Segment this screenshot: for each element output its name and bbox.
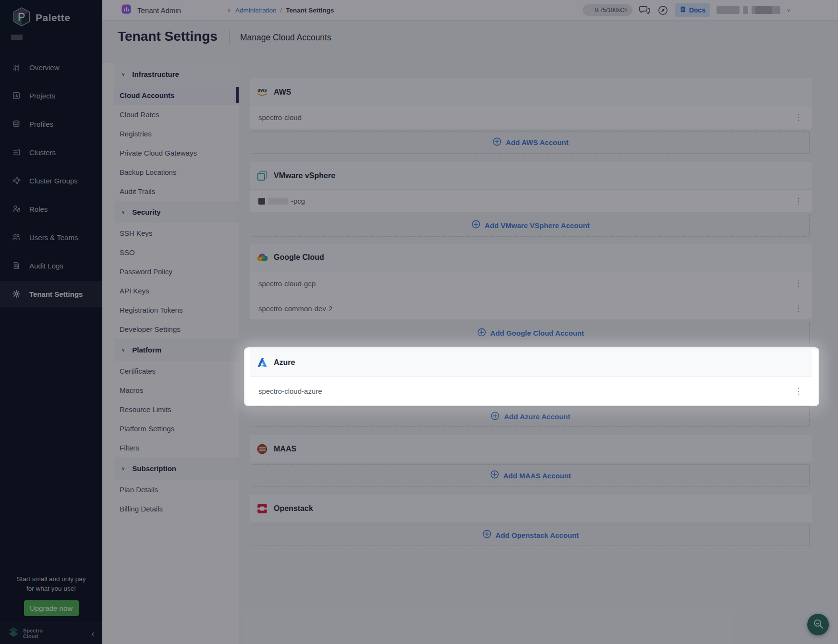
nav-item-backup-locations[interactable]: Backup Locations [114,162,239,182]
nav-item-billing-details[interactable]: Billing Details [114,499,239,518]
nav-item-certificates[interactable]: Certificates [114,361,239,380]
nav-item-private-cloud-gateways[interactable]: Private Cloud Gateways [114,143,239,162]
sidebar-item-tenant-settings[interactable]: Tenant Settings [0,281,102,307]
nav-item-sso[interactable]: SSO [114,243,239,262]
provider-header-google-cloud: Google Cloud [250,243,812,271]
search-fab-button[interactable] [807,614,829,635]
add-openstack-account-button[interactable]: Add Openstack Account [252,524,810,546]
project-scope-label: Tenant Admin [137,6,221,14]
sidebar-item-roles[interactable]: Roles [0,196,102,222]
sidebar-item-projects[interactable]: Projects [0,83,102,109]
nav-item-cloud-rates[interactable]: Cloud Rates [114,105,239,124]
nav-section-platform[interactable]: ∨Platform [114,339,239,361]
spectro-cloud-label: Spectro Cloud [23,628,43,639]
kebab-menu-icon[interactable]: ⋮ [794,304,812,314]
page-title: Tenant Settings [118,29,218,44]
brand-logo: Palette [12,7,70,29]
nav-item-resource-limits[interactable]: Resource Limits [114,400,239,419]
kebab-menu-icon[interactable]: ⋮ [794,279,812,289]
nav-item-registries[interactable]: Registries [114,124,239,143]
openstack-icon [256,502,268,515]
nav-item-password-policy[interactable]: Password Policy [114,262,239,281]
panel-aws: awsAWSspectro-cloud⋮ [250,78,812,129]
profiles-icon [12,120,21,129]
cluster-groups-icon [12,176,21,185]
plus-circle-icon [493,137,501,148]
nav-item-platform-settings[interactable]: Platform Settings [114,419,239,438]
nav-item-filters[interactable]: Filters [114,438,239,457]
panel-google-cloud: Google Cloudspectro-cloud-gcp⋮spectro-co… [250,243,812,319]
nav-section-subscription[interactable]: ∨Subscription [114,457,239,480]
title-divider [229,30,230,45]
settings-nav: ∨InfrastructureCloud AccountsCloud Rates… [114,63,239,518]
plus-circle-icon [477,328,486,339]
kebab-menu-icon[interactable]: ⋮ [794,112,812,122]
project-scope-icon [121,4,131,16]
sidebar-item-users-teams[interactable]: Users & Teams [0,224,102,250]
app-root: Palette OverviewProjectsProfilesClusters… [0,0,838,644]
audit-logs-icon [12,261,21,270]
panel-openstack: Openstack [250,495,812,522]
chevron-down-icon: ∨ [121,466,125,471]
nav-item-macros[interactable]: Macros [114,380,239,400]
nav-section-security[interactable]: ∨Security [114,201,239,223]
provider-header-vmware-vsphere: VMware vSphere [250,162,812,190]
promo-text-line1: Start small and only pay [0,574,102,584]
panel-vmware-vsphere: VMware vSphere-pcg⋮ [250,162,812,212]
add-vmware-vsphere-account-button[interactable]: Add VMware VSphere Account [252,214,810,237]
provider-header-openstack: Openstack [250,495,812,522]
google-cloud-icon [256,251,268,264]
sidebar-item-cluster-groups[interactable]: Cluster Groups [0,168,102,194]
sidebar-item-audit-logs[interactable]: Audit Logs [0,253,102,279]
users-teams-icon [12,233,21,242]
upgrade-now-button[interactable]: Upgrade now [24,600,79,616]
nav-item-ssh-keys[interactable]: SSH Keys [114,223,239,243]
add-aws-account-button[interactable]: Add AWS Account [252,131,810,154]
sidebar-item-overview[interactable]: Overview [0,54,102,80]
overview-icon [12,63,21,72]
provider-header-azure: Azure [250,349,812,377]
chevron-down-icon: ∨ [227,7,231,13]
account-row-spectro-cloud: spectro-cloud⋮ [250,106,812,129]
brand-name: Palette [36,12,70,24]
panel-azure: Azurespectro-cloud-azure⋮ [245,349,818,405]
chevron-down-icon: ∨ [121,209,125,215]
add-google-cloud-account-button[interactable]: Add Google Cloud Account [252,322,810,344]
collapse-sidebar-icon[interactable]: ‹ [91,629,95,638]
redacted-block [258,198,265,205]
nav-section-infrastructure[interactable]: ∨Infrastructure [114,63,239,85]
redacted-text [268,198,288,205]
nav-item-audit-trails[interactable]: Audit Trails [114,182,239,201]
add-maas-account-button[interactable]: Add MAAS Account [252,464,810,486]
cloud-accounts-panels: awsAWSspectro-cloud⋮Add AWS AccountVMwar… [250,0,812,644]
nav-item-cloud-accounts[interactable]: Cloud Accounts [114,85,239,105]
panel-maas: MAAS [250,435,812,462]
project-scope-selector[interactable]: Tenant Admin ∨ [121,0,231,20]
provider-header-maas: MAAS [250,435,812,463]
sidebar-nav: OverviewProjectsProfilesClustersCluster … [0,52,102,309]
account-row-spectro-cloud-azure: spectro-cloud-azure⋮ [250,377,812,405]
nav-item-developer-settings[interactable]: Developer Settings [114,319,239,339]
account-row-spectro-cloud-gcp: spectro-cloud-gcp⋮ [250,271,812,296]
kebab-menu-icon[interactable]: ⋮ [794,196,812,206]
plus-circle-icon [472,220,480,231]
plus-circle-icon [491,412,499,422]
nav-item-plan-details[interactable]: Plan Details [114,480,239,499]
nav-item-registration-tokens[interactable]: Registration Tokens [114,300,239,319]
upgrade-promo: Start small and only pay for what you us… [0,574,102,616]
nav-item-api-keys[interactable]: API Keys [114,281,239,300]
add-azure-account-button[interactable]: Add Azure Account [252,406,810,427]
projects-icon [12,91,21,100]
account-row-pcg: -pcg⋮ [250,190,812,212]
sidebar-item-clusters[interactable]: Clusters [0,139,102,165]
sidebar-item-profiles[interactable]: Profiles [0,111,102,137]
chevron-down-icon: ∨ [121,347,125,352]
azure-icon [256,356,268,369]
provider-header-aws: awsAWS [250,78,812,106]
kebab-menu-icon[interactable]: ⋮ [794,386,812,396]
palette-logo-icon [12,7,31,29]
sidebar-footer: Spectro Cloud ‹ [0,622,102,644]
vsphere-icon [256,170,268,182]
svg-text:aws: aws [257,87,267,93]
plus-circle-icon [483,530,491,540]
